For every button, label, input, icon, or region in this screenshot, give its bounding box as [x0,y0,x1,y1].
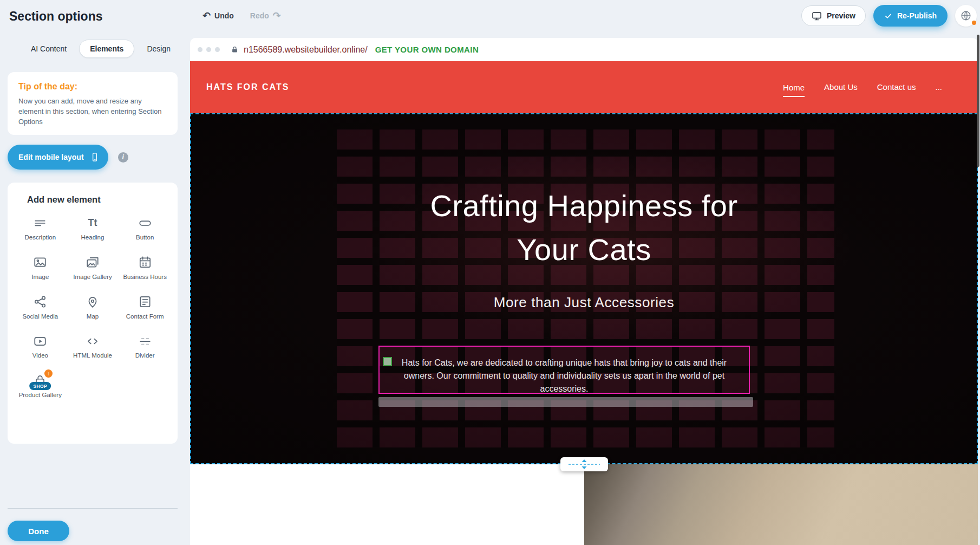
app: Section options ↶ Undo Redo ↷ Preview [0,0,980,545]
tip-title: Tip of the day: [18,82,167,92]
republish-label: Re-Publish [897,11,937,20]
element-grid: Description Tt Heading Button Image Imag… [14,216,171,399]
element-video[interactable]: Video [14,334,67,360]
lock-icon [231,46,239,54]
social-media-icon [33,295,47,309]
window-dots [198,47,220,52]
undo-label: Undo [214,11,234,20]
monitor-icon [812,11,822,21]
element-description[interactable]: Description [14,216,67,242]
nav-about-us[interactable]: About Us [824,82,858,93]
resize-handle-icon [565,459,603,470]
image-gallery-icon [86,255,100,270]
editor-canvas: n1566589.websitebuilder.online/ GET YOUR… [190,38,978,545]
hero-heading[interactable]: Crafting Happiness for Your Cats [190,184,978,271]
tab-design[interactable]: Design [136,40,181,57]
element-map[interactable]: Map [67,295,119,321]
element-image-gallery[interactable]: Image Gallery [67,255,119,281]
image-icon [33,255,47,270]
video-icon [33,334,47,348]
button-icon [138,216,152,230]
undo-button[interactable]: ↶ Undo [202,11,234,21]
upgrade-icon: ↑ [44,369,53,378]
redo-button[interactable]: Redo ↷ [250,11,281,21]
section-resize-handle[interactable] [560,457,608,471]
html-module-icon [86,334,100,348]
resize-handle-left[interactable] [383,357,392,366]
element-contact-form[interactable]: Contact Form [119,295,171,321]
hero-subheading[interactable]: More than Just Accessories [190,294,978,311]
redo-icon: ↷ [273,11,281,21]
next-section-photo [584,464,978,545]
add-element-panel: Add new element Description Tt Heading B… [8,183,178,444]
globe-icon [960,10,972,22]
site-preview: HATS FOR CATS Home About Us Contact us .… [190,61,978,545]
tab-elements[interactable]: Elements [79,40,134,58]
element-image[interactable]: Image [14,255,67,281]
undo-icon: ↶ [202,11,211,21]
language-button[interactable] [955,5,977,27]
tip-body: Now you can add, move and resize any ele… [18,96,167,127]
nav-contact-us[interactable]: Contact us [877,82,916,93]
page-title: Section options [9,9,103,24]
history-controls: ↶ Undo Redo ↷ [202,0,281,31]
browser-bar: n1566589.websitebuilder.online/ GET YOUR… [190,38,978,61]
shop-badge: SHOP [29,382,51,390]
redo-label: Redo [250,11,269,20]
republish-button[interactable]: Re-Publish [873,5,948,27]
hero-description-selected[interactable]: Hats for Cats, we are dedicated to craft… [378,346,750,394]
map-icon [86,295,100,309]
element-product-gallery[interactable]: SHOP ↑ Product Gallery [14,373,67,399]
site-header: HATS FOR CATS Home About Us Contact us .… [190,61,978,113]
add-panel-title: Add new element [27,194,171,205]
element-hover-bar [378,397,753,407]
page-scrollbar[interactable] [977,35,979,167]
edit-mobile-layout-button[interactable]: Edit mobile layout [8,145,108,170]
edit-mobile-label: Edit mobile layout [18,153,84,161]
hero-description-text: Hats for Cats, we are dedicated to craft… [380,347,749,395]
get-domain-link[interactable]: GET YOUR OWN DOMAIN [375,45,479,54]
check-icon [884,12,892,20]
next-section-white [190,464,584,545]
sidebar: AI Content Elements Design Tip of the da… [0,31,190,545]
site-nav: Home About Us Contact us ... [783,82,962,93]
preview-button[interactable]: Preview [801,5,866,26]
site-logo[interactable]: HATS FOR CATS [206,82,289,92]
preview-label: Preview [827,11,855,20]
phone-icon [90,152,100,162]
hero-section[interactable]: Crafting Happiness for Your Cats More th… [190,113,978,464]
topbar-actions: Preview Re-Publish [801,5,977,27]
element-heading[interactable]: Tt Heading [67,216,119,242]
description-icon [33,216,47,230]
business-hours-icon [138,255,152,270]
nav-home[interactable]: Home [783,83,805,97]
topbar: Section options ↶ Undo Redo ↷ Preview [0,0,980,31]
info-icon[interactable]: i [118,152,128,163]
site-url[interactable]: n1566589.websitebuilder.online/ [244,45,368,55]
sidebar-divider [8,508,178,509]
next-section [190,464,978,545]
divider-icon [138,334,152,348]
mobile-layout-row: Edit mobile layout i [8,145,128,170]
tip-card: Tip of the day: Now you can add, move an… [8,72,178,135]
element-button[interactable]: Button [119,216,171,242]
heading-icon: Tt [88,216,97,230]
contact-form-icon [138,295,152,309]
element-divider[interactable]: Divider [119,334,171,360]
nav-more-menu[interactable]: ... [935,82,942,93]
hero-vignette [190,113,978,464]
element-business-hours[interactable]: Business Hours [119,255,171,281]
element-html-module[interactable]: HTML Module [67,334,119,360]
tab-ai-content[interactable]: AI Content [21,40,77,57]
element-social-media[interactable]: Social Media [14,295,67,321]
sidebar-tabs: AI Content Elements Design [21,40,181,58]
done-button[interactable]: Done [8,521,69,541]
